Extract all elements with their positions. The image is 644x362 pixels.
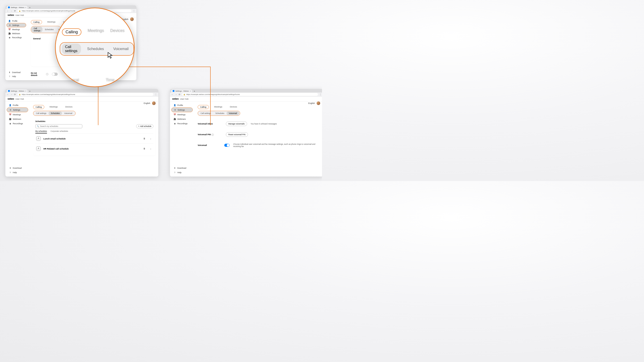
inbox-status: You have 5 unheard messages <box>251 123 277 125</box>
browser-menu-icon[interactable]: ⋮ <box>133 9 135 12</box>
schedule-row[interactable]: HR Related call schedule 🗑 ⌄ <box>35 143 154 153</box>
new-tab-button[interactable]: + <box>28 90 31 92</box>
schedule-row[interactable]: Lunch email schedule 🗑 ⌄ <box>35 133 154 143</box>
download-icon: ⬇ <box>174 167 176 169</box>
tab-devices[interactable]: Devices <box>228 105 239 109</box>
new-tab-button[interactable]: + <box>193 90 196 92</box>
voicemail-toggle[interactable] <box>224 144 230 147</box>
back-icon[interactable]: ← <box>7 10 9 12</box>
tab-corporate-schedules[interactable]: Corporate schedules <box>50 130 68 133</box>
tab-calling[interactable]: Calling <box>198 105 209 109</box>
sidebar-item-settings[interactable]: ⚙Settings <box>171 107 193 112</box>
avatar[interactable] <box>130 17 134 21</box>
plus-icon: + <box>138 125 139 127</box>
dnd-toggle[interactable] <box>52 73 58 76</box>
primary-tabs: Calling Meetings Devices <box>198 105 320 109</box>
sidebar-item-recordings[interactable]: ◉Recordings <box>6 35 26 39</box>
sidebar-item-download[interactable]: ⬇Download <box>171 166 193 170</box>
back-icon[interactable]: ← <box>171 93 174 96</box>
sidebar-item-meetings[interactable]: 📅Meetings <box>171 112 193 117</box>
close-tab-icon[interactable]: × <box>25 6 26 8</box>
sidebar: 👤Profile ⚙Settings 📅Meetings 🎥Webinars ◉… <box>5 101 30 177</box>
tab-meetings[interactable]: Meetings <box>212 105 225 109</box>
url-field[interactable]: 🔒 https://example.webex.com/webappng/sit… <box>18 9 132 12</box>
new-tab-button[interactable]: + <box>28 6 31 9</box>
manage-voicemails-button[interactable]: Manage voicemails <box>226 122 247 126</box>
browser-tabbar: Settings - Webex × + <box>170 89 322 92</box>
sub-tabs: Call settings Schedules Voicemail <box>198 111 240 116</box>
sidebar-item-settings[interactable]: ⚙Settings <box>6 23 26 27</box>
subtab-call-settings[interactable]: Call settings <box>198 111 213 115</box>
url-field[interactable]: 🔒 https://example.webex.com/webappng/sit… <box>182 93 318 96</box>
sidebar-item-profile[interactable]: 👤Profile <box>7 103 28 107</box>
language-selector[interactable]: English <box>144 102 150 104</box>
search-schedules[interactable]: 🔍 <box>35 124 82 128</box>
close-tab-icon[interactable]: × <box>25 90 26 92</box>
subtab-schedules[interactable]: Schedules <box>48 111 62 115</box>
sidebar-item-meetings[interactable]: 📅Meetings <box>6 27 26 31</box>
tab-my-schedules[interactable]: My schedules <box>35 130 47 133</box>
subtab-call-settings[interactable]: Call settings <box>34 111 48 115</box>
browser-tab[interactable]: Settings - Webex × <box>7 6 28 9</box>
browser-urlbar: ← → ⟳ 🔒 https://example.webex.com/webapp… <box>5 92 158 96</box>
mag-tab-devices: Devices <box>110 28 124 36</box>
browser-menu-icon[interactable]: ⋮ <box>155 93 157 96</box>
search-input[interactable] <box>40 125 81 127</box>
reload-icon[interactable]: ⟳ <box>178 93 181 96</box>
tab-calling[interactable]: Calling <box>33 105 44 109</box>
url-text: https://example.webex.com/webappng/sites… <box>186 93 240 95</box>
reload-icon[interactable]: ⟳ <box>14 10 16 12</box>
back-icon[interactable]: ← <box>7 93 9 96</box>
sidebar-label: Profile <box>177 104 183 106</box>
sidebar-label: Meetings <box>12 28 20 31</box>
delete-icon[interactable]: 🗑 <box>142 137 146 140</box>
close-tab-icon[interactable]: × <box>190 90 191 92</box>
pin-label: Voicemail PINi <box>198 133 222 136</box>
forward-icon[interactable]: → <box>10 93 12 96</box>
chevron-down-icon[interactable]: ⌄ <box>149 137 152 140</box>
chevron-down-icon[interactable]: ⌄ <box>149 147 152 150</box>
sidebar-item-help[interactable]: ?Help <box>171 170 193 175</box>
sidebar-item-help[interactable]: ?Help <box>6 74 26 78</box>
forward-icon[interactable]: → <box>10 10 12 12</box>
tab-meetings[interactable]: Meetings <box>45 20 58 24</box>
reload-icon[interactable]: ⟳ <box>14 93 16 96</box>
info-icon[interactable]: i <box>46 73 48 75</box>
sidebar-item-profile[interactable]: 👤Profile <box>171 103 193 107</box>
tab-meetings[interactable]: Meetings <box>48 105 60 109</box>
url-field[interactable]: 🔒 https://example.webex.com/webappng/sit… <box>18 93 154 96</box>
browser-menu-icon[interactable]: ⋮ <box>319 93 322 96</box>
sidebar-item-webinars[interactable]: 🎥Webinars <box>171 117 193 121</box>
subtab-schedules[interactable]: Schedules <box>213 111 226 115</box>
info-icon[interactable]: i <box>212 134 214 136</box>
url-text: https://example.webex.com/webappng/sites… <box>22 93 75 95</box>
sidebar-label: Download <box>13 167 22 169</box>
browser-tab[interactable]: Settings - Webex × <box>7 89 28 92</box>
sidebar-item-settings[interactable]: ⚙Settings <box>7 107 28 112</box>
sidebar-item-profile[interactable]: 👤Profile <box>6 19 26 23</box>
delete-icon[interactable]: 🗑 <box>142 147 146 150</box>
avatar[interactable] <box>317 101 320 105</box>
sidebar-item-download[interactable]: ⬇Download <box>6 70 26 74</box>
language-selector[interactable]: English <box>308 102 315 104</box>
subtab-call-settings[interactable]: Call settings <box>32 26 42 32</box>
add-label: Add schedule <box>140 125 152 127</box>
subtab-voicemail[interactable]: Voicemail <box>226 111 239 115</box>
sidebar-item-download[interactable]: ⬇Download <box>7 166 28 170</box>
sidebar-label: Profile <box>13 104 18 106</box>
forward-icon[interactable]: → <box>175 93 177 96</box>
subtab-voicemail[interactable]: Voicemail <box>62 111 74 115</box>
tab-devices[interactable]: Devices <box>63 105 75 109</box>
sidebar-item-webinars[interactable]: 🎥Webinars <box>6 31 26 35</box>
avatar[interactable] <box>152 101 156 105</box>
add-schedule-button[interactable]: +Add schedule <box>136 124 154 128</box>
subtab-schedules[interactable]: Schedules <box>42 28 56 31</box>
sidebar-item-recordings[interactable]: ◉Recordings <box>7 121 28 126</box>
reset-pin-button[interactable]: Reset voicemail PIN <box>226 132 248 137</box>
sidebar-item-webinars[interactable]: 🎥Webinars <box>7 117 28 121</box>
sidebar-item-recordings[interactable]: ◉Recordings <box>171 121 193 126</box>
tab-calling[interactable]: Calling <box>31 20 42 24</box>
sidebar-item-help[interactable]: ?Help <box>7 170 28 175</box>
sidebar-item-meetings[interactable]: 📅Meetings <box>7 112 28 117</box>
browser-tab[interactable]: Settings - Webex × <box>171 89 192 92</box>
